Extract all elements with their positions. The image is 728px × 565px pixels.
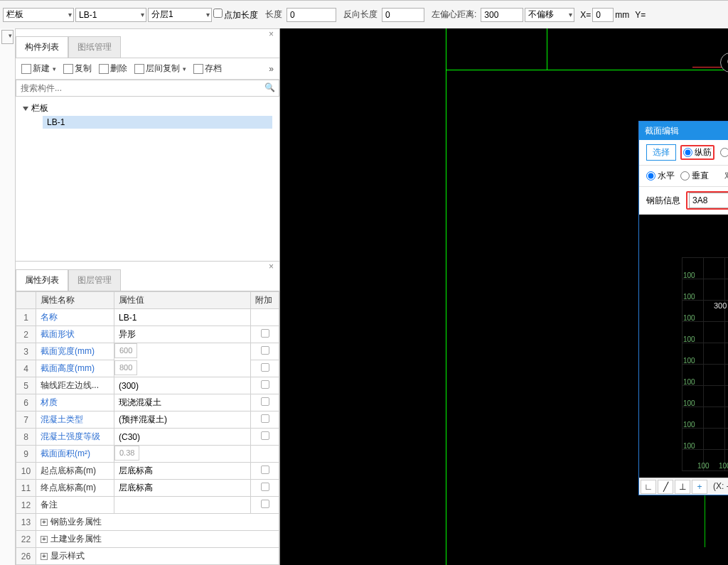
checkbox[interactable] xyxy=(261,363,269,372)
checkbox[interactable] xyxy=(261,397,269,406)
member-dropdown[interactable]: LB-1 xyxy=(75,8,146,22)
align-rebar-button[interactable]: 对齐钢筋 xyxy=(724,170,728,182)
tab-drawing-mgmt[interactable]: 图纸管理 xyxy=(68,36,121,58)
property-table: 属性名称 属性值 附加 1名称LB-12截面形状异形3截面宽度(mm)6004截… xyxy=(16,291,279,565)
table-row[interactable]: 1名称LB-1 xyxy=(16,309,279,326)
table-row[interactable]: 9截面面积(m²)0.38 xyxy=(16,446,279,463)
checkbox[interactable] xyxy=(261,329,269,338)
highlight-rebar-value: ▾ xyxy=(686,191,728,210)
checkbox[interactable] xyxy=(261,466,269,474)
table-row[interactable]: 8混凝土强度等级(C30) xyxy=(16,429,279,446)
table-row[interactable]: 12备注 xyxy=(16,497,279,514)
rebar-info-label: 钢筋信息 xyxy=(646,195,680,207)
length-input[interactable] xyxy=(287,8,336,22)
col-val: 属性值 xyxy=(114,292,251,309)
table-row[interactable]: 6材质现浇混凝土 xyxy=(16,394,279,411)
dialog-row-tools: 选择 纵筋 横筋 直线 ▾ 显示标注 手动设置参考线 ▾ 设置标高 删除 xyxy=(639,140,728,166)
x-input[interactable] xyxy=(592,8,614,22)
checkbox[interactable] xyxy=(261,346,269,355)
snap-endpoint-icon[interactable]: ∟ xyxy=(641,480,656,494)
tree-root[interactable]: 栏板 xyxy=(23,101,272,116)
col-idx xyxy=(16,292,36,309)
left-pane: × 构件列表 图纸管理 新建 复制 删除 层间复制 存档 » 🔍 xyxy=(0,28,280,565)
toolbar-more[interactable]: » xyxy=(269,64,274,74)
table-row[interactable]: 2截面形状异形 xyxy=(16,326,279,343)
component-search: 🔍 xyxy=(16,80,279,97)
table-row[interactable]: 10起点底标高(m)层底标高 xyxy=(16,463,279,480)
component-tabs: 构件列表 图纸管理 xyxy=(16,38,279,58)
rebar-info-input[interactable] xyxy=(690,193,728,208)
radio-vertical[interactable]: 垂直 xyxy=(680,170,709,182)
tab-props-list[interactable]: 属性列表 xyxy=(16,269,68,291)
close-icon[interactable]: × xyxy=(269,29,274,39)
table-row[interactable]: 4截面高度(mm)800 xyxy=(16,360,279,377)
rev-length-label: 反向长度 xyxy=(338,9,380,21)
strip-dropdown[interactable] xyxy=(1,30,14,44)
snap-cross-icon[interactable]: + xyxy=(692,480,707,494)
table-row[interactable]: 26+显示样式 xyxy=(16,548,279,565)
y-label: Y= xyxy=(635,10,646,20)
checkbox[interactable] xyxy=(261,483,269,491)
snap-mid-icon[interactable]: ╱ xyxy=(658,480,673,494)
props-tabs: 属性列表 图层管理 xyxy=(16,271,279,291)
dialog-statusbar: ∟ ╱ ⊥ + (X: -202 Y: 555)选择钢筋进行编辑，选择标注进行修… xyxy=(639,478,728,495)
checkbox[interactable] xyxy=(261,414,269,423)
mm-label: mm xyxy=(615,10,629,20)
tab-component-list[interactable]: 构件列表 xyxy=(16,36,68,58)
layer-dropdown[interactable]: 分层1 xyxy=(148,8,212,22)
layer-copy-button[interactable]: 层间复制 xyxy=(134,63,186,75)
expand-icon[interactable]: + xyxy=(41,519,48,526)
search-icon[interactable]: 🔍 xyxy=(264,82,275,92)
tab-layer-mgmt[interactable]: 图层管理 xyxy=(68,269,121,291)
checkbox[interactable] xyxy=(261,431,269,440)
table-row[interactable]: 22+土建业务属性 xyxy=(16,531,279,548)
point-length-check[interactable]: 点加长度 xyxy=(213,9,258,21)
component-toolbar: 新建 复制 删除 层间复制 存档 » xyxy=(16,58,279,80)
delete-button[interactable]: 删除 xyxy=(99,63,127,75)
section-edit-dialog: 截面编辑 × 选择 纵筋 横筋 直线 ▾ 显示标注 手动设置参考线 ▾ 设置标高… xyxy=(638,121,728,495)
model-canvas[interactable]: C 截面编辑 × 选择 纵筋 横筋 直线 ▾ 显示标注 手动设置参考线 ▾ 设置… xyxy=(280,28,728,565)
top-ribbon: 栏板 LB-1 分层1 点加长度 长度 反向长度 左偏心距离: 不偏移 X= m… xyxy=(0,0,728,28)
col-addl: 附加 xyxy=(251,292,279,309)
tree-leaf-lb1[interactable]: LB-1 xyxy=(43,116,272,129)
rev-length-input[interactable] xyxy=(382,8,424,22)
table-row[interactable]: 13+钢筋业务属性 xyxy=(16,514,279,531)
left-strip xyxy=(0,28,16,565)
search-input[interactable] xyxy=(16,80,279,97)
col-name: 属性名称 xyxy=(36,292,114,309)
expand-icon[interactable]: + xyxy=(41,553,48,560)
dialog-titlebar[interactable]: 截面编辑 × xyxy=(639,122,728,140)
length-label: 长度 xyxy=(259,9,285,21)
table-row[interactable]: 11终点底标高(m)层底标高 xyxy=(16,480,279,497)
radio-horizontal[interactable]: 水平 xyxy=(646,170,675,182)
close-icon[interactable]: × xyxy=(269,262,274,271)
component-tree[interactable]: 栏板 LB-1 xyxy=(16,97,279,261)
new-button[interactable]: 新建 xyxy=(21,63,56,75)
dialog-row-rebar: 钢筋信息 ▾ xyxy=(639,187,728,215)
category-dropdown[interactable]: 栏板 xyxy=(3,8,74,22)
dialog-title: 截面编辑 xyxy=(645,125,679,137)
left-ecc-input[interactable] xyxy=(481,8,523,22)
table-row[interactable]: 5轴线距左边线...(300) xyxy=(16,377,279,394)
radio-longitudinal[interactable]: 纵筋 xyxy=(683,146,712,158)
snap-perp-icon[interactable]: ⊥ xyxy=(675,480,690,494)
section-canvas[interactable]: 1001001001001001001001001001001001001001… xyxy=(639,215,728,478)
dialog-row-dir: 水平 垂直 对齐钢筋 xyxy=(639,166,728,187)
archive-button[interactable]: 存档 xyxy=(193,63,222,75)
checkbox[interactable] xyxy=(261,380,269,389)
table-row[interactable]: 7混凝土类型(预拌混凝土) xyxy=(16,411,279,429)
radio-transverse[interactable]: 横筋 xyxy=(720,145,728,160)
table-row[interactable]: 3截面宽度(mm)600 xyxy=(16,343,279,360)
status-coords: (X: -202 Y: 555)选择钢筋进行编辑，选择标注进行修改或移动； xyxy=(713,480,728,493)
x-label: X= xyxy=(580,10,591,20)
offset-dropdown[interactable]: 不偏移 xyxy=(525,8,574,22)
copy-button[interactable]: 复制 xyxy=(63,63,92,75)
highlight-rebar-group: 纵筋 xyxy=(680,145,714,160)
expand-icon[interactable]: + xyxy=(41,536,48,543)
dim-300: 300 xyxy=(714,301,727,310)
left-ecc-label: 左偏心距离: xyxy=(426,9,479,21)
select-button[interactable]: 选择 xyxy=(646,144,676,161)
checkbox[interactable] xyxy=(261,500,269,508)
